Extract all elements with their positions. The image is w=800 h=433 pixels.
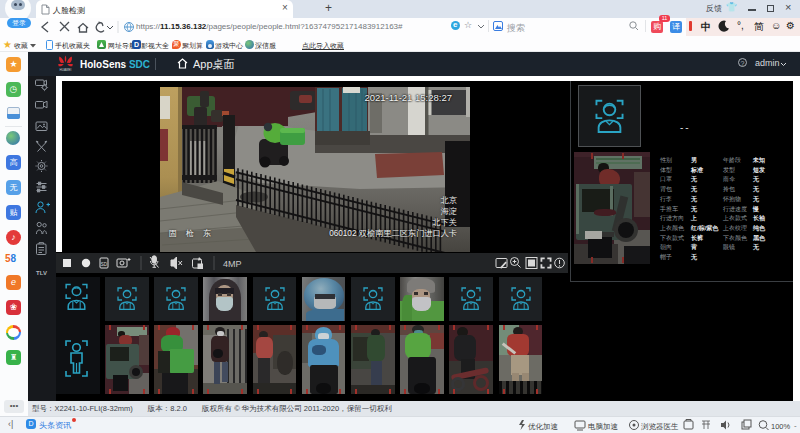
svg-text:TLV: TLV [36, 270, 47, 276]
svg-text:优化加速: 优化加速 [528, 422, 559, 431]
svg-text:HUAWEI: HUAWEI [60, 68, 72, 72]
svg-text:SD: SD [101, 262, 108, 267]
svg-text:-: - [794, 421, 797, 430]
svg-text:电脑加速: 电脑加速 [588, 422, 619, 431]
svg-text:浏览器医生: 浏览器医生 [641, 422, 679, 431]
svg-text:100%: 100% [771, 422, 791, 431]
svg-text:4MP: 4MP [223, 259, 242, 269]
